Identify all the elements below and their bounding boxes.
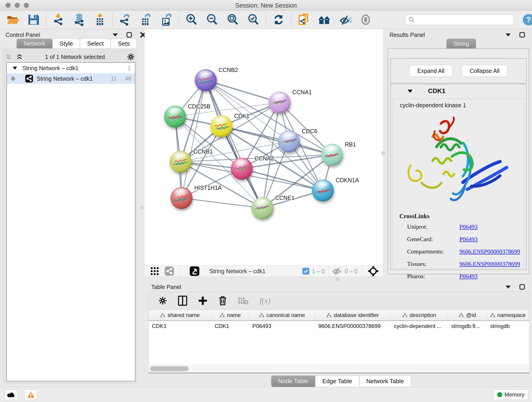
network-node-CDKN1A[interactable]: CDKN1A bbox=[312, 177, 359, 201]
collection-label: String Network – cdk1 bbox=[22, 65, 79, 71]
column-header-name[interactable]: name bbox=[211, 310, 249, 320]
tab-edge-table[interactable]: Edge Table bbox=[315, 375, 359, 387]
tab-select[interactable]: Select bbox=[80, 38, 111, 49]
zoom-fit-icon[interactable] bbox=[226, 13, 239, 26]
table-toolbar: f(x) bbox=[148, 292, 529, 310]
table-panel-maximize-icon[interactable] bbox=[519, 284, 525, 290]
hide-selected-icon[interactable] bbox=[339, 13, 351, 26]
crosslink-link[interactable]: P06493 bbox=[459, 273, 477, 280]
gene-collapse-icon[interactable] bbox=[407, 89, 413, 93]
control-panel-float-icon[interactable] bbox=[112, 33, 118, 37]
zoom-in-icon[interactable] bbox=[185, 13, 198, 26]
column-header-description[interactable]: description bbox=[391, 310, 448, 320]
column-header-canonical-name[interactable]: canonical name bbox=[249, 310, 315, 320]
network-node-CCNE1[interactable]: CCNE1 bbox=[251, 195, 295, 219]
column-header-database-identifier[interactable]: database identifier bbox=[315, 310, 391, 320]
network-node-CDC25B[interactable]: CDC25B bbox=[164, 103, 210, 128]
table-horizontal-scrollbar[interactable] bbox=[148, 365, 529, 373]
network-node-count: 11 bbox=[111, 75, 117, 82]
svg-text:?: ? bbox=[526, 15, 531, 24]
collapse-all-networks-icon[interactable] bbox=[5, 54, 12, 60]
control-panel-maximize-icon[interactable] bbox=[127, 32, 132, 38]
table-panel-title: Table Panel bbox=[151, 284, 181, 290]
table-panel-bottom-border bbox=[148, 373, 529, 373]
hidden-items-eye-icon[interactable] bbox=[332, 267, 342, 275]
birds-eye-view-icon[interactable] bbox=[368, 266, 379, 277]
node-label: CDK1 bbox=[234, 113, 249, 119]
results-panel-float-icon[interactable] bbox=[505, 33, 511, 37]
crosslink-link[interactable]: P06493 bbox=[459, 236, 477, 243]
left-splitter-handle[interactable] bbox=[140, 206, 144, 210]
memory-button[interactable]: Memory bbox=[493, 389, 528, 400]
clone-network-icon[interactable] bbox=[298, 13, 310, 26]
export-table-icon[interactable] bbox=[139, 13, 152, 26]
function-builder-icon[interactable]: f(x) bbox=[260, 296, 270, 305]
delete-table-icon[interactable] bbox=[238, 297, 249, 305]
grid-view-icon[interactable] bbox=[151, 267, 159, 275]
network-node-CCNA1[interactable]: CCNA1 bbox=[268, 89, 312, 114]
node-label: CCNA2 bbox=[254, 155, 274, 162]
import-table-from-file-icon[interactable] bbox=[94, 13, 106, 26]
tab-sets[interactable]: Sets bbox=[111, 38, 137, 49]
column-header-namespace[interactable]: namespace bbox=[487, 310, 529, 320]
export-network-icon[interactable] bbox=[119, 13, 132, 26]
show-all-networks-icon[interactable] bbox=[318, 13, 331, 26]
network-view-icon[interactable] bbox=[165, 267, 174, 276]
network-node-RB1[interactable]: RB1 bbox=[321, 141, 356, 166]
show-selected-icon[interactable] bbox=[359, 13, 372, 26]
selected-count: 1 – 0 bbox=[312, 268, 325, 274]
crosslink-link[interactable]: 9606.ENSP00000378699 bbox=[459, 248, 520, 255]
table-options-gear-icon[interactable] bbox=[158, 296, 167, 305]
search-input[interactable] bbox=[415, 17, 513, 23]
zoom-selected-icon[interactable] bbox=[247, 13, 260, 26]
collapse-all-button[interactable]: Collapse All bbox=[462, 65, 508, 77]
table-cell[interactable]: cyclin-dependent ... bbox=[391, 321, 448, 332]
add-column-icon[interactable] bbox=[198, 296, 207, 305]
network-node-CDK1[interactable]: CDK1 bbox=[210, 113, 249, 137]
table-cell[interactable]: P06493 bbox=[249, 321, 315, 332]
show-columns-icon[interactable] bbox=[178, 296, 187, 306]
expand-all-button[interactable]: Expand All bbox=[409, 65, 452, 77]
table-cell[interactable]: 9606.ENSP00000378699 bbox=[315, 321, 391, 332]
network-view-toolbar: String Network – cdk1 1 – 0 0 – 0 bbox=[145, 265, 383, 277]
cloud-status-button[interactable] bbox=[5, 389, 18, 400]
warnings-button[interactable] bbox=[24, 389, 38, 400]
tab-network[interactable]: Network bbox=[17, 38, 52, 49]
refresh-icon[interactable] bbox=[272, 13, 285, 26]
table-panel-float-icon[interactable] bbox=[505, 285, 511, 289]
export-image-icon[interactable] bbox=[160, 13, 173, 26]
selected-nodes-checkbox[interactable] bbox=[302, 268, 309, 274]
delete-column-icon[interactable] bbox=[218, 296, 227, 306]
column-header--id[interactable]: @id bbox=[448, 310, 487, 320]
scrollbar-thumb[interactable] bbox=[150, 366, 189, 371]
right-splitter-handle[interactable] bbox=[381, 151, 385, 155]
table-row[interactable]: CDK1CDK1P064939606.ENSP00000378699cyclin… bbox=[149, 321, 529, 332]
import-network-from-file-icon[interactable] bbox=[52, 13, 65, 26]
save-session-icon[interactable] bbox=[27, 13, 40, 26]
open-session-icon[interactable] bbox=[6, 13, 19, 26]
tab-node-table[interactable]: Node Table bbox=[271, 375, 315, 387]
table-cell[interactable]: stringdb:9... bbox=[448, 321, 487, 332]
bottom-splitter-handle[interactable] bbox=[336, 277, 339, 281]
crosslink-link[interactable]: P06493 bbox=[459, 223, 477, 230]
network-collection-row[interactable]: String Network – cdk1 1 bbox=[7, 63, 135, 73]
tab-string[interactable]: String bbox=[446, 38, 476, 49]
table-cell[interactable]: CDK1 bbox=[149, 321, 211, 332]
network-options-gear-icon[interactable] bbox=[127, 53, 135, 61]
tree-expand-icon[interactable] bbox=[12, 66, 17, 70]
tab-network-table[interactable]: Network Table bbox=[359, 375, 411, 387]
results-panel-maximize-icon[interactable] bbox=[519, 32, 525, 38]
crosslink-link[interactable]: 9606.ENSP00000378699 bbox=[459, 261, 520, 268]
table-cell[interactable]: CDK1 bbox=[211, 321, 249, 332]
import-network-from-database-icon[interactable] bbox=[73, 13, 86, 26]
network-canvas[interactable]: CCNB2CCNA1CDC25BCDK1CDC6RB1CCNB1CCNA2CDK… bbox=[145, 29, 383, 265]
tab-style[interactable]: Style bbox=[52, 38, 80, 49]
help-icon[interactable]: ? bbox=[522, 13, 532, 26]
detach-view-icon[interactable] bbox=[190, 266, 199, 276]
zoom-out-icon[interactable] bbox=[206, 13, 219, 26]
expand-all-networks-icon[interactable] bbox=[16, 54, 23, 60]
table-cell[interactable]: stringdb bbox=[487, 321, 529, 332]
network-row[interactable]: String Network – cdk1 11 48 bbox=[7, 73, 135, 84]
network-node-HIST1H1A[interactable]: HIST1H1A bbox=[171, 185, 222, 209]
column-header-shared-name[interactable]: shared name bbox=[149, 310, 211, 320]
